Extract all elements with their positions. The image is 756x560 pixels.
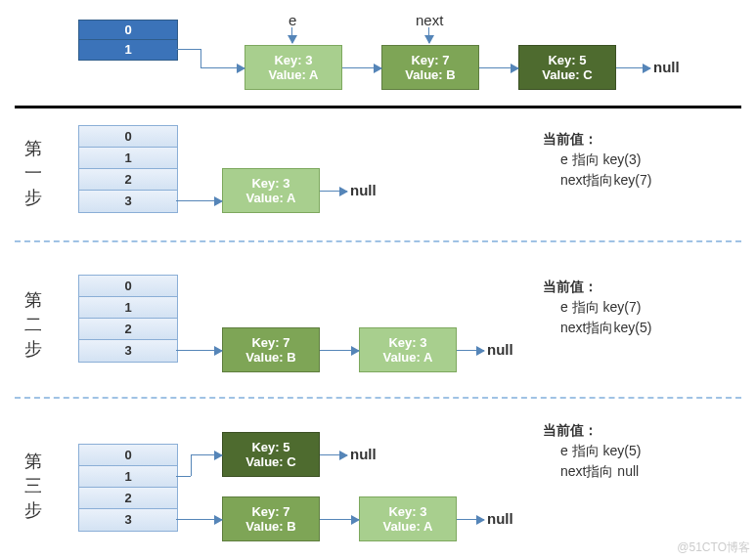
- arrow-piece: [176, 49, 200, 50]
- desc-line: e 指向 key(7): [543, 297, 738, 318]
- node-key: Key: 5: [251, 440, 289, 454]
- arrow-piece: [176, 476, 191, 477]
- slot: 3: [79, 340, 177, 362]
- node-val: Value: C: [245, 454, 295, 469]
- node-key: Key: 5: [548, 53, 586, 67]
- node-a: Key: 3 Value: A: [222, 168, 320, 213]
- slot: 2: [79, 319, 177, 340]
- slot: 2: [79, 169, 177, 191]
- slot: 0: [79, 445, 177, 466]
- arrow-icon: [320, 519, 359, 520]
- desc-title: 当前值：: [543, 277, 738, 297]
- node-c: Key: 5 Value: C: [222, 432, 320, 477]
- node-a: Key: 3 Value: A: [245, 45, 342, 90]
- node-a: Key: 3 Value: A: [359, 496, 457, 541]
- node-val: Value: A: [383, 519, 433, 534]
- arrow-icon: [457, 519, 484, 520]
- state-description: 当前值： e 指向 key(7) next指向key(5): [543, 277, 738, 338]
- node-val: Value: A: [383, 350, 433, 365]
- node-val: Value: A: [246, 191, 296, 205]
- step-title: 第 二 步: [24, 288, 42, 363]
- arrow-icon: [191, 454, 222, 455]
- desc-line: e 指向 key(3): [543, 150, 738, 170]
- watermark: @51CTO博客: [677, 539, 750, 556]
- slot: 2: [79, 488, 177, 509]
- node-key: Key: 7: [411, 53, 449, 67]
- arrow-icon: [320, 350, 359, 351]
- step-title: 第 三 步: [24, 450, 42, 524]
- slot: 1: [79, 297, 177, 319]
- divider-solid: [15, 106, 741, 108]
- node-key: Key: 3: [388, 335, 426, 350]
- step-title: 第 一 步: [24, 137, 42, 211]
- arrow-icon: [479, 67, 518, 68]
- desc-line: next指向 null: [543, 461, 738, 482]
- divider-dashed: [15, 397, 741, 399]
- arrow-icon: [320, 454, 347, 455]
- arrow-icon: [176, 200, 222, 201]
- arrow-down-next: [428, 27, 429, 43]
- node-val: Value: C: [542, 67, 592, 82]
- arrow-icon: [320, 191, 347, 192]
- hash-table: 0 1 2 3: [78, 275, 178, 363]
- slot: 1: [79, 466, 177, 488]
- slot: 1: [79, 40, 177, 60]
- desc-line: next指向key(7): [543, 170, 738, 191]
- node-a: Key: 3 Value: A: [359, 327, 457, 372]
- hash-table-top: 0 1: [78, 20, 178, 61]
- arrow-icon: [457, 350, 484, 351]
- slot: 0: [79, 21, 177, 40]
- node-key: Key: 7: [251, 504, 289, 519]
- divider-dashed: [15, 240, 741, 242]
- node-key: Key: 7: [251, 335, 289, 350]
- slot: 0: [79, 126, 177, 148]
- node-b: Key: 7 Value: B: [222, 327, 320, 372]
- desc-line: next指向key(5): [543, 318, 738, 338]
- arrow-piece: [200, 49, 201, 67]
- arrow-icon: [616, 67, 650, 68]
- null-text: null: [487, 341, 513, 358]
- node-key: Key: 3: [388, 504, 426, 519]
- desc-title: 当前值：: [543, 129, 738, 150]
- node-val: Value: B: [245, 519, 295, 534]
- node-c: Key: 5 Value: C: [518, 45, 616, 90]
- node-key: Key: 3: [274, 53, 312, 67]
- state-description: 当前值： e 指向 key(3) next指向key(7): [543, 129, 738, 191]
- null-text: null: [350, 182, 377, 198]
- pointer-label-e: e: [289, 12, 296, 28]
- hash-table: 0 1 2 3: [78, 444, 178, 532]
- arrow-icon: [176, 519, 222, 520]
- slot: 3: [79, 509, 177, 531]
- null-text: null: [653, 59, 680, 75]
- slot: 1: [79, 148, 177, 169]
- node-val: Value: B: [245, 350, 295, 365]
- arrow-icon: [342, 67, 381, 68]
- arrow-icon: [200, 67, 245, 68]
- pointer-label-next: next: [416, 12, 443, 28]
- node-val: Value: B: [405, 67, 455, 82]
- arrow-piece: [191, 454, 192, 476]
- hash-table: 0 1 2 3: [78, 125, 178, 213]
- node-b: Key: 7 Value: B: [222, 496, 320, 541]
- node-val: Value: A: [269, 67, 319, 82]
- slot: 3: [79, 191, 177, 212]
- arrow-icon: [176, 350, 222, 351]
- desc-title: 当前值：: [543, 420, 738, 441]
- node-b: Key: 7 Value: B: [381, 45, 479, 90]
- slot: 0: [79, 276, 177, 297]
- desc-line: e 指向 key(5): [543, 441, 738, 461]
- null-text: null: [350, 446, 377, 462]
- node-key: Key: 3: [251, 176, 289, 191]
- arrow-down-e: [291, 27, 292, 43]
- null-text: null: [487, 510, 513, 527]
- state-description: 当前值： e 指向 key(5) next指向 null: [543, 420, 738, 482]
